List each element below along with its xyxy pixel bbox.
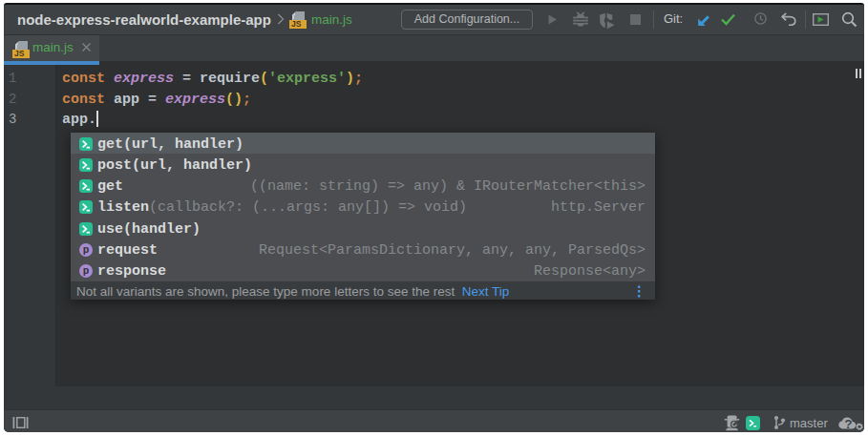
svg-text:?: ? <box>844 417 852 431</box>
